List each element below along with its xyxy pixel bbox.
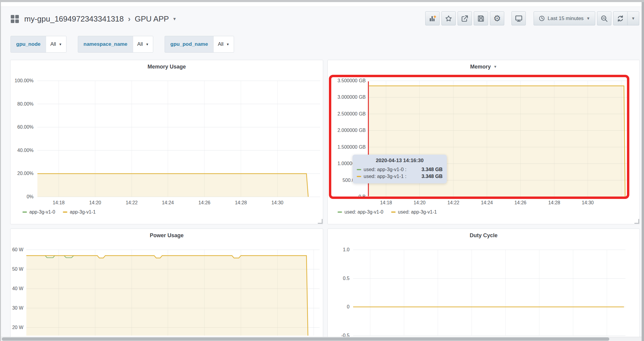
x-tick-label: 14:24 — [474, 199, 499, 206]
legend-item[interactable]: app-3g-v1-0 — [22, 209, 55, 215]
panel-title-memory-usage[interactable]: Memory Usage — [10, 64, 323, 70]
time-range-label: Last 15 minutes — [548, 16, 584, 22]
y-tick-label: 40 W — [0, 285, 23, 292]
series-color-dash — [357, 169, 361, 170]
filter-gpu-pod-name-value[interactable]: All ▼ — [213, 36, 234, 52]
browser-edge-strip — [1, 2, 642, 7]
filter-value-text: All — [50, 41, 56, 47]
x-tick-label: 14:18 — [373, 199, 399, 206]
y-tick-label: 0% — [1, 194, 34, 200]
panel-title-duty-cycle[interactable]: Duty Cycle — [327, 232, 640, 239]
x-tick-label: 14:30 — [575, 199, 600, 206]
panel-resize-handle[interactable] — [318, 219, 323, 224]
y-tick-label: 1.0 — [317, 246, 350, 253]
filter-namespace-name-value[interactable]: All ▼ — [133, 36, 153, 52]
panel-title-text: Memory Usage — [148, 64, 186, 70]
add-panel-icon — [429, 15, 436, 22]
x-tick-label: 14:24 — [155, 199, 180, 206]
tooltip-row: used: app-3g-v1-1 : 3.348 GB — [357, 173, 443, 180]
x-tick-label: 14:28 — [228, 199, 253, 206]
filter-namespace-name-label[interactable]: namespace_name — [78, 36, 133, 52]
zoom-out-button[interactable] — [597, 11, 611, 25]
tooltip-series-value: 3.348 GB — [421, 166, 443, 173]
refresh-icon — [616, 15, 624, 22]
panel-title-text: Power Usage — [150, 232, 183, 238]
y-tick-label: 50 W — [0, 266, 23, 273]
filter-value-text: All — [218, 41, 224, 47]
tooltip-series-label: used: app-3g-v1-0 : — [364, 166, 406, 173]
panel-legend: app-3g-v1-0app-3g-v1-1 — [22, 209, 96, 215]
caret-down-icon: ▼ — [586, 16, 590, 20]
y-tick-label: 30 W — [0, 305, 23, 311]
monitor-icon — [515, 14, 523, 22]
panel-title-text: Memory — [470, 64, 491, 70]
horizontal-scrollbar-thumb[interactable] — [2, 337, 609, 341]
refresh-button[interactable] — [613, 11, 628, 25]
zoom-out-icon — [600, 15, 608, 22]
series-color-dash — [391, 211, 396, 213]
x-tick-label: 14:22 — [441, 199, 466, 206]
cycle-view-button[interactable] — [511, 11, 526, 25]
series-color-dash — [338, 211, 342, 213]
add-panel-button[interactable] — [425, 11, 440, 25]
x-tick-label: 14:30 — [265, 199, 290, 206]
panel-title-memory[interactable]: Memory▼ — [327, 64, 640, 70]
y-tick-label: 80.00% — [1, 101, 34, 107]
legend-item[interactable]: used: app-3g-v1-0 — [338, 209, 383, 215]
x-tick-label: 14:20 — [83, 199, 108, 206]
caret-down-icon: ▼ — [145, 43, 149, 46]
series-color-dash — [357, 176, 361, 177]
legend-item[interactable]: used: app-3g-v1-1 — [391, 209, 437, 215]
filter-gpu-pod-name: gpu_pod_name All ▼ — [165, 36, 234, 53]
y-tick-label: 0.5 — [317, 275, 350, 282]
star-button[interactable] — [441, 11, 456, 25]
save-button[interactable] — [474, 11, 488, 25]
share-button[interactable] — [458, 11, 472, 25]
legend-label: app-3g-v1-0 — [29, 209, 55, 215]
y-tick-label: 0 — [317, 304, 350, 310]
breadcrumb-page-title[interactable]: GPU APP — [135, 14, 169, 24]
time-picker-button[interactable]: Last 15 minutes ▼ — [534, 11, 595, 25]
panel-title-text: Duty Cycle — [470, 232, 497, 238]
y-tick-label: 100.00% — [1, 77, 34, 84]
panel-resize-handle[interactable] — [634, 219, 639, 224]
series-color-dash — [22, 211, 27, 213]
legend-label: used: app-3g-v1-1 — [398, 209, 437, 215]
window-frame-left — [0, 2, 1, 341]
legend-label: app-3g-v1-1 — [70, 209, 95, 215]
x-tick-label: 14:22 — [119, 199, 144, 206]
caret-down-icon: ▼ — [631, 16, 635, 20]
window-frame-top — [0, 0, 644, 2]
refresh-interval-dropdown[interactable]: ▼ — [627, 11, 639, 25]
legend-item[interactable]: app-3g-v1-1 — [63, 209, 95, 215]
filter-namespace-name: namespace_name All ▼ — [78, 36, 153, 53]
breadcrumb: my-gpu_1694972343341318 › GPU APP ▼ — [11, 14, 177, 24]
window-frame-right — [642, 2, 644, 341]
caret-down-icon: ▼ — [493, 65, 497, 69]
y-tick-label: 40.00% — [1, 147, 34, 154]
panel-title-power-usage[interactable]: Power Usage — [10, 232, 323, 239]
caret-down-icon: ▼ — [59, 43, 62, 46]
y-tick-label: 20 W — [0, 324, 23, 331]
dashboard-grid-icon[interactable] — [11, 15, 19, 23]
graph-tooltip: 2020-04-13 14:16:30 used: app-3g-v1-0 : … — [353, 155, 447, 183]
y-tick-label: 20.00% — [1, 170, 34, 177]
x-tick-label: 14:26 — [192, 199, 217, 206]
template-variables-row: gpu_node All ▼ namespace_name All ▼ gpu_… — [10, 36, 234, 53]
breadcrumb-dashboard-title[interactable]: my-gpu_1694972343341318 — [24, 14, 124, 24]
tooltip-series-value: 3.348 GB — [421, 173, 443, 180]
x-tick-label: 14:28 — [542, 199, 567, 206]
share-icon — [461, 15, 469, 22]
settings-button[interactable]: ⚙ — [490, 11, 504, 25]
caret-down-icon: ▼ — [172, 17, 177, 21]
y-tick-label: 60.00% — [1, 124, 34, 130]
panel-power-usage — [10, 229, 323, 341]
filter-gpu-node-value[interactable]: All ▼ — [46, 36, 66, 52]
clock-icon — [539, 15, 545, 22]
filter-gpu-node-label[interactable]: gpu_node — [11, 36, 46, 52]
filter-gpu-pod-name-label[interactable]: gpu_pod_name — [165, 36, 213, 52]
filter-value-text: All — [137, 41, 143, 47]
y-tick-label: 60 W — [0, 246, 23, 253]
x-tick-label: 14:18 — [46, 199, 71, 206]
x-tick-label: 14:20 — [407, 199, 432, 206]
